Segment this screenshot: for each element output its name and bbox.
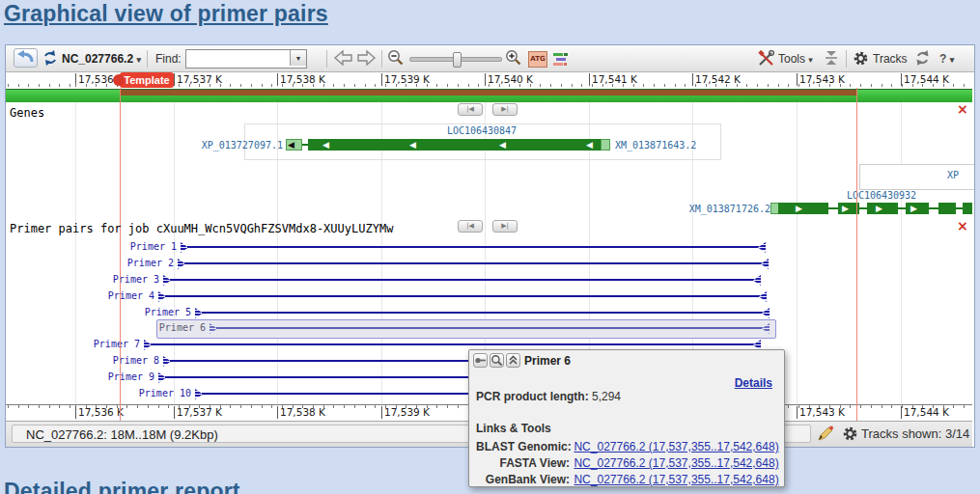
gear-icon: [853, 50, 869, 70]
tooltip-collapse-button[interactable]: [506, 353, 520, 368]
zoom-slider-thumb[interactable]: [453, 52, 462, 68]
zoom-in-button[interactable]: [505, 49, 522, 70]
reverse-primer-icon[interactable]: [761, 259, 769, 269]
find-dropdown-button[interactable]: ▾: [290, 50, 306, 66]
back-arrow-icon: [16, 50, 36, 64]
tooltip-pin-button[interactable]: [473, 353, 488, 368]
primer-product-line[interactable]: [187, 246, 759, 248]
zoom-out-button[interactable]: [387, 49, 405, 70]
ruler-tick-label: 17,538 K: [277, 406, 325, 419]
toolbar-separator: [846, 50, 847, 68]
primer-blast-results-page: { "page": { "title": "Graphical view of …: [0, 0, 980, 494]
primer-product-line[interactable]: [184, 262, 762, 264]
help-label: ?: [939, 52, 946, 66]
gridline: [901, 102, 902, 404]
help-menu[interactable]: ? ▾: [939, 52, 954, 66]
template-start-line: [120, 88, 121, 421]
back-button[interactable]: [14, 48, 38, 68]
details-link[interactable]: Details: [735, 376, 772, 390]
template-range-highlight: [120, 90, 856, 96]
atg-orf-icon[interactable]: ATG: [528, 51, 547, 68]
toolbar-separator: [381, 50, 382, 68]
primer-product-line[interactable]: [165, 295, 760, 297]
primer-label: Primer 7: [53, 339, 140, 350]
position-text: NC_027766.2: 18M..18M (9.2Kbp): [26, 427, 218, 442]
gear-icon[interactable]: [842, 425, 858, 446]
ruler-tick-label: 17,544 K: [901, 406, 949, 419]
tools-menu[interactable]: Tools ▾: [778, 52, 813, 66]
pan-right-button[interactable]: [356, 49, 377, 70]
tooltip-link[interactable]: NC_027766.2 (17,537,355..17,542,648): [574, 473, 778, 486]
page-title: Graphical view of primer pairs: [4, 1, 328, 27]
gene-name-label[interactable]: LOC106430847: [244, 125, 719, 137]
primers-track-page-prev-button[interactable]: |◀: [458, 220, 483, 233]
genes-track-page-next-button[interactable]: ▶|: [492, 103, 518, 116]
tooltip-title: Primer 6: [524, 354, 571, 368]
tooltip-link-label: FASTA View:: [476, 456, 570, 470]
sequence-overview-bar[interactable]: [6, 89, 972, 103]
sequence-selector[interactable]: NC_027766.2 ▾: [62, 52, 141, 66]
transcript-accession-label[interactable]: XM_013871643.2: [615, 140, 696, 151]
ruler-tick-label: 17,543 K: [797, 406, 845, 419]
tooltip-link-row: FASTA View: NC_027766.2 (17,537,355..17,…: [476, 453, 777, 470]
tracks-shown-status: Tracks shown: 3/14: [861, 426, 969, 441]
refresh-icon[interactable]: [914, 50, 931, 69]
genes-track-close-icon[interactable]: ×: [957, 103, 968, 115]
toolbar-separator: [147, 50, 148, 68]
strand-arrow-icon: ◀: [322, 139, 329, 151]
template-marker[interactable]: Template: [120, 72, 174, 88]
tooltip-link[interactable]: NC_027766.2 (17,537,355..17,542,648): [574, 456, 778, 470]
tooltip-link[interactable]: NC_027766.2 (17,537,355..17,542,648): [574, 440, 778, 453]
primers-track-title: Primer pairs for job cXuuMH_Wcn5VQGhFZSV…: [10, 222, 393, 235]
chevron-down-icon: ▾: [808, 55, 813, 65]
cds-segment[interactable]: [308, 139, 601, 151]
edit-pencil-icon[interactable]: [817, 425, 834, 446]
cds-segment[interactable]: [906, 203, 929, 214]
tooltip-link-row: BLAST Genomic: NC_027766.2 (17,537,355..…: [476, 437, 777, 453]
primer-product-line[interactable]: [151, 343, 754, 345]
protein-accession-label[interactable]: XP_013727097.1: [186, 140, 283, 151]
reverse-primer-icon[interactable]: [762, 308, 770, 318]
primer-label: Primer 5: [104, 307, 191, 318]
tools-label: Tools: [778, 52, 805, 66]
primers-track-page-next-button[interactable]: ▶|: [492, 220, 518, 233]
reverse-primer-icon[interactable]: [758, 242, 766, 253]
pan-left-button[interactable]: [333, 49, 353, 70]
strand-arrow-icon: ▶: [796, 203, 802, 214]
tooltip-zoom-button[interactable]: [490, 353, 504, 368]
cds-segment[interactable]: [938, 203, 956, 214]
find-input[interactable]: [186, 50, 291, 68]
tracks-config-icon[interactable]: [552, 52, 570, 69]
transcript-accession-label[interactable]: XM_013871726.2: [686, 204, 770, 215]
primer-label: Primer 10: [104, 388, 191, 399]
primer-product-line[interactable]: [202, 312, 763, 314]
tracks-menu[interactable]: Tracks: [873, 52, 908, 66]
primer-label: Primer 4: [68, 290, 154, 302]
selected-primer-highlight: [156, 319, 776, 339]
reverse-primer-icon[interactable]: [753, 275, 761, 286]
ruler-tick-label: 17,536 K: [75, 406, 124, 419]
strand-arrow-icon: ▶: [910, 203, 917, 214]
primer-product-line[interactable]: [170, 279, 754, 281]
genes-track-page-prev-button[interactable]: |◀: [458, 103, 483, 116]
strand-arrow-icon: ◀: [409, 139, 416, 151]
collapse-tracks-icon[interactable]: [824, 50, 839, 69]
zoom-slider[interactable]: [409, 57, 502, 62]
cds-segment[interactable]: [867, 203, 898, 214]
primer-product-line[interactable]: [216, 327, 763, 329]
primer-label: Primer 9: [68, 371, 154, 383]
find-combo: ▾: [185, 49, 307, 69]
sync-icon[interactable]: [42, 50, 58, 69]
reverse-primer-icon[interactable]: [759, 291, 767, 302]
cds-segment[interactable]: [778, 203, 828, 214]
clipped-accession-label[interactable]: XP: [947, 170, 959, 181]
utr-segment[interactable]: [601, 139, 610, 151]
gene-name-label[interactable]: LOC106430932: [838, 190, 925, 202]
template-end-line: [856, 88, 857, 421]
strand-arrow-icon: ◀: [499, 139, 506, 151]
tooltip-link-label: BLAST Genomic:: [476, 440, 570, 453]
cds-segment[interactable]: [963, 203, 972, 214]
primers-track-close-icon[interactable]: ×: [957, 220, 968, 232]
next-section-title: Detailed primer report: [4, 479, 240, 494]
ruler-top: 17,536 K17,537 K17,538 K17,539 K17,540 K…: [6, 72, 972, 88]
